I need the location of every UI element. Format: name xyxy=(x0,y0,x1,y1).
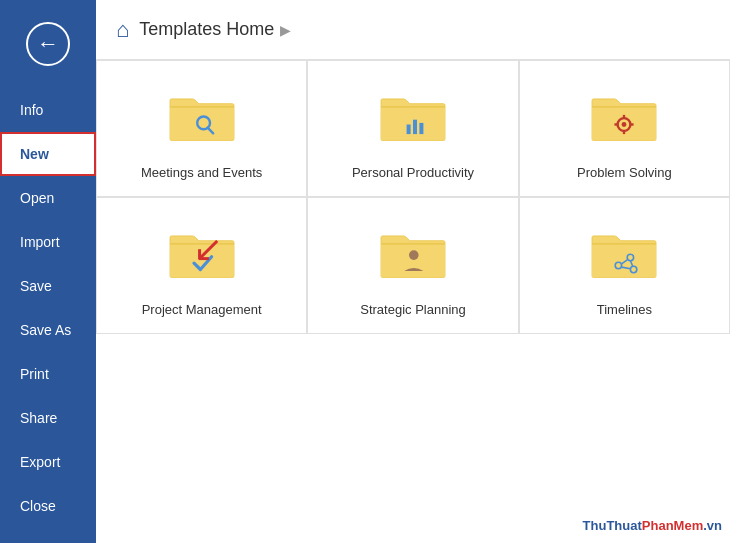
template-card-meetings-events[interactable]: Meetings and Events xyxy=(96,60,307,197)
watermark-text2: PhanMem xyxy=(642,518,703,533)
header-arrow: ▶ xyxy=(280,22,291,38)
sidebar: ← InfoNewOpenImportSaveSave AsPrintShare… xyxy=(0,0,96,543)
watermark-text3: .vn xyxy=(703,518,722,533)
main-content-wrapper: Meetings and Events Personal Productivit… xyxy=(96,60,730,543)
svg-point-12 xyxy=(622,122,627,127)
folder-icon-project-management: ↙ xyxy=(162,218,242,288)
template-label-personal-productivity: Personal Productivity xyxy=(352,165,474,180)
folder-icon-timelines xyxy=(584,218,664,288)
sidebar-item-import[interactable]: Import xyxy=(0,220,96,264)
sidebar-item-save-as[interactable]: Save As xyxy=(0,308,96,352)
template-label-timelines: Timelines xyxy=(597,302,652,317)
sidebar-item-new[interactable]: New xyxy=(0,132,96,176)
svg-rect-22 xyxy=(592,242,656,277)
template-card-strategic-planning[interactable]: Strategic Planning xyxy=(307,197,518,334)
sidebar-item-close[interactable]: Close xyxy=(0,484,96,528)
svg-rect-0 xyxy=(170,105,234,140)
main-content: ⌂ Templates Home ▶ Meetings and Events P… xyxy=(96,0,730,543)
folder-icon-strategic-planning xyxy=(373,218,453,288)
sidebar-item-share[interactable]: Share xyxy=(0,396,96,440)
template-label-problem-solving: Problem Solving xyxy=(577,165,672,180)
sidebar-item-help[interactable]: Help xyxy=(0,528,96,543)
template-label-project-management: Project Management xyxy=(142,302,262,317)
watermark: ThuThuatPhanMem.vn xyxy=(583,518,722,533)
header-title: Templates Home xyxy=(139,19,274,40)
watermark-text1: ThuThuat xyxy=(583,518,642,533)
template-label-meetings-events: Meetings and Events xyxy=(141,165,262,180)
folder-icon-personal-productivity xyxy=(373,81,453,151)
svg-point-21 xyxy=(409,250,419,260)
sidebar-item-open[interactable]: Open xyxy=(0,176,96,220)
template-card-personal-productivity[interactable]: Personal Productivity xyxy=(307,60,518,197)
header: ⌂ Templates Home ▶ xyxy=(96,0,730,60)
back-icon: ← xyxy=(26,22,70,66)
back-button[interactable]: ← xyxy=(0,0,96,88)
sidebar-item-info[interactable]: Info xyxy=(0,88,96,132)
svg-rect-6 xyxy=(407,124,411,134)
sidebar-item-export[interactable]: Export xyxy=(0,440,96,484)
svg-rect-17 xyxy=(170,242,234,277)
sidebar-item-print[interactable]: Print xyxy=(0,352,96,396)
home-icon: ⌂ xyxy=(116,17,129,43)
template-card-project-management[interactable]: ↙Project Management xyxy=(96,197,307,334)
folder-icon-problem-solving xyxy=(584,81,664,151)
template-card-problem-solving[interactable]: Problem Solving xyxy=(519,60,730,197)
template-card-timelines[interactable]: Timelines xyxy=(519,197,730,334)
svg-rect-7 xyxy=(413,119,417,133)
folder-icon-meetings-events xyxy=(162,81,242,151)
template-label-strategic-planning: Strategic Planning xyxy=(360,302,466,317)
svg-rect-19 xyxy=(381,242,445,277)
template-grid: Meetings and Events Personal Productivit… xyxy=(96,60,730,334)
svg-rect-8 xyxy=(419,122,423,133)
sidebar-item-save[interactable]: Save xyxy=(0,264,96,308)
